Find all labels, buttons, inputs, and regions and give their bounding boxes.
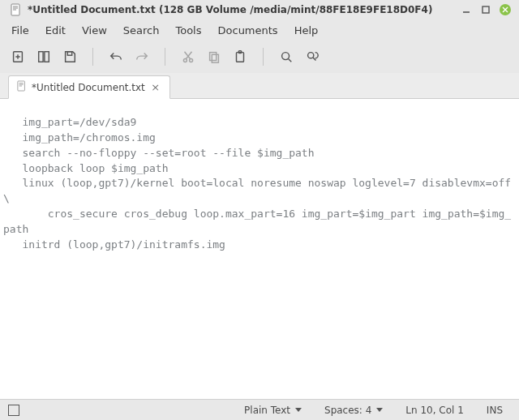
syntax-selector[interactable]: Plain Text	[236, 405, 310, 416]
menu-edit[interactable]: Edit	[37, 22, 74, 39]
indent-selector[interactable]: Spaces: 4	[316, 405, 391, 416]
svg-rect-8	[210, 53, 217, 61]
open-button[interactable]	[32, 45, 55, 68]
svg-point-12	[282, 53, 290, 60]
svg-rect-1	[483, 6, 489, 13]
cursor-position: Ln 10, Col 1	[397, 405, 472, 416]
svg-rect-3	[39, 52, 43, 62]
close-button[interactable]	[498, 2, 513, 17]
svg-rect-9	[212, 54, 218, 62]
chevron-down-icon	[376, 408, 383, 412]
statusbar: Plain Text Spaces: 4 Ln 10, Col 1 INS	[0, 399, 519, 420]
cut-button[interactable]	[177, 45, 199, 68]
insert-mode[interactable]: INS	[478, 405, 511, 416]
undo-icon	[109, 49, 123, 64]
text-editor[interactable]: img_part=/dev/sda9 img_path=/chromos.img…	[0, 99, 519, 399]
toolbar	[0, 41, 519, 73]
new-button[interactable]	[6, 45, 29, 68]
insert-mode-label: INS	[487, 405, 503, 416]
toolbar-separator	[263, 48, 264, 66]
tab-label: *Untitled Document.txt	[32, 82, 145, 93]
svg-rect-5	[67, 52, 71, 55]
svg-rect-4	[45, 52, 49, 62]
undo-button[interactable]	[105, 45, 127, 68]
cursor-position-label: Ln 10, Col 1	[405, 405, 464, 416]
toolbar-separator	[92, 48, 93, 66]
menu-tools[interactable]: Tools	[167, 22, 209, 39]
find-replace-icon	[305, 49, 320, 64]
cut-icon	[181, 49, 195, 64]
copy-icon	[207, 49, 221, 64]
minimize-button[interactable]	[459, 2, 474, 17]
find-button[interactable]	[275, 45, 298, 68]
tabbar: *Untitled Document.txt ×	[0, 73, 519, 99]
menu-file[interactable]: File	[3, 22, 37, 39]
paste-icon	[233, 49, 247, 64]
menu-documents[interactable]: Documents	[210, 22, 286, 39]
file-icon	[17, 80, 27, 94]
maximize-button[interactable]	[478, 2, 493, 17]
save-icon	[62, 49, 77, 64]
copy-button[interactable]	[203, 45, 225, 68]
syntax-label: Plain Text	[244, 405, 290, 416]
close-icon	[500, 4, 511, 15]
editor-area: img_part=/dev/sda9 img_path=/chromos.img…	[0, 99, 519, 399]
svg-point-13	[308, 53, 314, 58]
svg-point-6	[183, 59, 187, 62]
find-replace-button[interactable]	[301, 45, 324, 68]
svg-rect-10	[237, 53, 244, 62]
menu-help[interactable]: Help	[286, 22, 327, 39]
chevron-down-icon	[295, 408, 302, 412]
menu-search[interactable]: Search	[115, 22, 168, 39]
tab-document[interactable]: *Untitled Document.txt ×	[8, 75, 170, 99]
new-file-icon	[11, 49, 25, 64]
side-panel-toggle[interactable]	[8, 405, 19, 416]
window-title: *Untitled Document.txt (128 GB Volume /m…	[28, 4, 432, 15]
svg-point-7	[190, 59, 193, 62]
close-icon: ×	[151, 81, 160, 93]
menubar: File Edit View Search Tools Documents He…	[0, 19, 519, 41]
redo-icon	[135, 49, 149, 64]
search-icon	[279, 49, 294, 64]
paste-button[interactable]	[229, 45, 251, 68]
menu-view[interactable]: View	[74, 22, 115, 39]
app-icon	[10, 3, 23, 16]
redo-button[interactable]	[131, 45, 153, 68]
titlebar: *Untitled Document.txt (128 GB Volume /m…	[0, 0, 519, 19]
toolbar-separator	[165, 48, 165, 66]
app-window: *Untitled Document.txt (128 GB Volume /m…	[0, 0, 519, 420]
open-icon	[36, 49, 51, 64]
tab-close-button[interactable]: ×	[150, 82, 161, 93]
indent-label: Spaces: 4	[324, 405, 371, 416]
save-button[interactable]	[58, 45, 81, 68]
